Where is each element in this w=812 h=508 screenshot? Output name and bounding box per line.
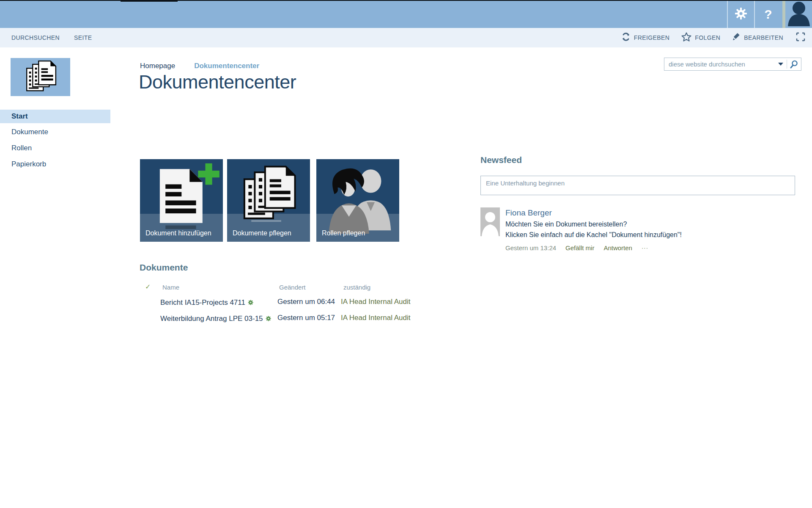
document-link[interactable]: Weiterbildung Antrag LPE 03-15 (160, 315, 271, 323)
sidebar-item-start[interactable]: Start (0, 110, 110, 123)
gear-icon (735, 7, 747, 22)
share-label: FREIGEBEN (634, 34, 670, 41)
tile-label: Dokument hinzufügen (145, 229, 211, 237)
post-author-link[interactable]: Fiona Berger (505, 208, 682, 218)
search-input[interactable] (664, 61, 776, 68)
breadcrumb-homepage[interactable]: Homepage (140, 62, 175, 70)
tile-dokument-hinzufuegen[interactable]: Dokument hinzufügen (140, 159, 223, 242)
new-item-icon (266, 315, 271, 323)
follow-button[interactable]: FOLGEN (681, 32, 720, 43)
breadcrumb-current[interactable]: Dokumentencenter (194, 62, 259, 70)
newsfeed-composer (480, 176, 795, 195)
share-icon (621, 32, 631, 43)
sidebar-item-rollen[interactable]: Rollen (11, 144, 32, 152)
select-all-check-icon[interactable]: ✓ (145, 283, 151, 291)
tile-dokumente-pflegen[interactable]: Dokumente pflegen (227, 159, 310, 242)
pencil-icon (732, 33, 741, 43)
conversation-input[interactable] (480, 176, 795, 195)
reply-button[interactable]: Antworten (604, 244, 632, 251)
settings-button[interactable] (728, 1, 754, 28)
help-button[interactable]: ? (754, 1, 782, 28)
share-button[interactable]: FREIGEBEN (621, 32, 670, 43)
table-row: Weiterbildung Antrag LPE 03-15 Gestern u… (140, 308, 444, 324)
search-button[interactable] (789, 60, 798, 69)
column-header-modified[interactable]: Geändert (279, 284, 306, 291)
add-document-icon (148, 163, 220, 232)
breadcrumb: Homepage Dokumentencenter (140, 62, 259, 70)
focus-mode-button[interactable] (796, 32, 805, 43)
ribbon-tabs: DURCHSUCHEN SEITE (11, 28, 92, 47)
table-row: Bericht IA15-Projects 4711 Gestern um 06… (140, 292, 444, 308)
new-item-icon (248, 299, 253, 307)
tile-rollen-pflegen[interactable]: Rollen pflegen (316, 159, 399, 242)
page-title: Dokumentencenter (139, 71, 296, 93)
column-header-responsible[interactable]: zuständig (343, 284, 370, 291)
sidebar-item-dokumente[interactable]: Dokumente (11, 128, 48, 136)
documents-table-header: ✓ Name Geändert zuständig (140, 282, 444, 292)
site-logo[interactable] (11, 58, 70, 96)
edit-button[interactable]: BEARBEITEN (732, 33, 783, 43)
user-avatar-icon (787, 0, 811, 28)
post-text-line: Klicken Sie einfach auf die Kachel "Doku… (505, 231, 682, 239)
browser-top-edge-artifact (121, 0, 178, 2)
like-button[interactable]: Gefällt mir (565, 244, 594, 251)
documents-webpart-title[interactable]: Dokumente (140, 262, 188, 273)
sharepoint-document-center-page: ? DURCHSUCHEN SEITE (0, 0, 812, 508)
newsfeed-webpart-title[interactable]: Newsfeed (480, 155, 522, 165)
sidebar-item-papierkorb[interactable]: Papierkorb (11, 160, 46, 168)
search-divider (787, 60, 787, 69)
newsfeed-post: Fiona Berger Möchten Sie ein Dokument be… (480, 207, 682, 251)
people-icon (322, 162, 395, 235)
documents-table: ✓ Name Geändert zuständig Bericht IA15-P… (140, 282, 444, 324)
focus-mode-icon (796, 32, 805, 43)
suite-bar: ? (0, 0, 812, 28)
edit-label: BEARBEITEN (744, 34, 783, 41)
suite-bar-separator (782, 1, 785, 28)
tile-label: Dokumente pflegen (233, 229, 291, 237)
site-search (664, 58, 801, 71)
modified-value: Gestern um 06:44 (277, 298, 335, 306)
tab-seite[interactable]: SEITE (74, 34, 92, 41)
post-text-line: Möchten Sie ein Dokument bereistellen? (505, 221, 682, 228)
post-timestamp: Gestern um 13:24 (505, 244, 556, 251)
modified-value: Gestern um 05:17 (277, 314, 335, 322)
search-scope-caret-icon[interactable] (778, 63, 783, 66)
post-body: Fiona Berger Möchten Sie ein Dokument be… (505, 207, 682, 251)
help-icon: ? (764, 7, 772, 22)
document-link[interactable]: Bericht IA15-Projects 4711 (160, 298, 253, 307)
account-menu-button[interactable] (785, 1, 812, 28)
follow-label: FOLGEN (695, 34, 720, 41)
responsible-link[interactable]: IA Head Internal Audit (341, 314, 410, 322)
document-stack-icon (24, 60, 57, 94)
document-stack-icon (240, 164, 297, 224)
ribbon-actions: FREIGEBEN FOLGEN (609, 28, 805, 47)
column-header-name[interactable]: Name (162, 284, 179, 291)
post-meta: Gestern um 13:24 Gefällt mir Antworten ·… (505, 244, 682, 251)
tab-durchsuchen[interactable]: DURCHSUCHEN (11, 34, 60, 41)
avatar[interactable] (480, 207, 500, 236)
sidebar-item-label: Start (11, 112, 28, 121)
tile-label: Rollen pflegen (322, 229, 365, 237)
star-icon (681, 32, 691, 43)
more-options-button[interactable]: ··· (642, 245, 648, 251)
responsible-link[interactable]: IA Head Internal Audit (341, 298, 410, 306)
search-icon (789, 60, 798, 69)
ribbon-bar: DURCHSUCHEN SEITE FREIGEBEN (0, 28, 812, 47)
person-placeholder-icon (480, 207, 500, 236)
